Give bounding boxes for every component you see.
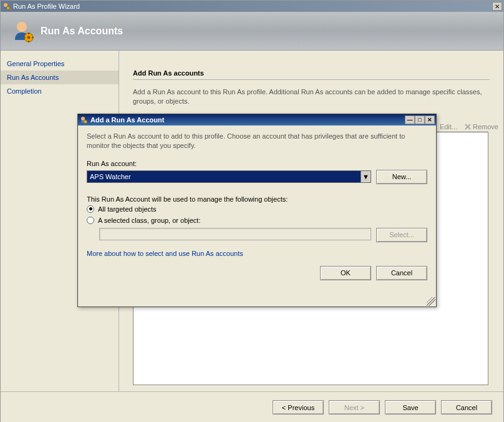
svg-rect-8 xyxy=(24,36,26,37)
account-label: Run As account: xyxy=(87,160,427,167)
radio-icon xyxy=(87,205,94,213)
maximize-button[interactable]: □ xyxy=(415,115,425,124)
select-object-button[interactable]: Select... xyxy=(376,228,427,242)
run-as-account-dropdown[interactable]: APS Watcher ▼ xyxy=(87,170,371,183)
sidebar-item-label: General Properties xyxy=(7,60,64,67)
edit-label: Edit... xyxy=(440,123,457,130)
svg-rect-9 xyxy=(32,36,34,37)
window-titlebar: Run As Profile Wizard ✕ xyxy=(1,1,503,12)
dialog-window-buttons: ― □ ✕ xyxy=(405,115,435,124)
svg-rect-6 xyxy=(28,32,29,34)
chevron-down-icon: ▼ xyxy=(361,171,371,182)
dialog-icon xyxy=(79,115,88,124)
list-toolbar: Edit... Remove xyxy=(430,123,498,130)
radio-selected-class[interactable]: A selected class, group, or object: xyxy=(87,217,427,224)
svg-rect-7 xyxy=(28,41,29,42)
svg-point-5 xyxy=(27,36,31,39)
window-title: Run As Profile Wizard xyxy=(13,2,492,10)
wizard-window: Run As Profile Wizard ✕ Run As Accounts … xyxy=(0,0,504,422)
banner-title: Run As Accounts xyxy=(41,26,123,37)
page-description: Add a Run As account to this Run As prof… xyxy=(133,87,490,107)
dialog-body: Select a Run As account to add to this p… xyxy=(78,125,436,307)
new-account-button[interactable]: New... xyxy=(376,170,427,184)
dialog-cancel-button[interactable]: Cancel xyxy=(376,266,427,280)
dialog-description: Select a Run As account to add to this p… xyxy=(87,132,427,151)
radio-all-targeted[interactable]: All targeted objects xyxy=(87,205,427,213)
heading-divider xyxy=(133,79,490,80)
dialog-title: Add a Run As Account xyxy=(90,116,405,124)
sidebar-item-label: Completion xyxy=(7,87,42,95)
resize-grip[interactable] xyxy=(427,297,435,306)
app-icon xyxy=(2,2,11,11)
usage-label: This Run As Account will be used to mana… xyxy=(87,195,427,203)
sidebar-item-run-as-accounts[interactable]: Run As Accounts xyxy=(1,71,119,84)
dropdown-value: APS Watcher xyxy=(90,173,131,180)
help-link[interactable]: More about how to select and use Run As … xyxy=(87,250,427,257)
page-heading: Add Run As accounts xyxy=(133,69,490,77)
selected-object-textbox xyxy=(99,228,371,240)
svg-point-3 xyxy=(17,22,27,32)
banner: Run As Accounts xyxy=(1,12,503,51)
sidebar-item-completion[interactable]: Completion xyxy=(1,84,119,98)
minimize-button[interactable]: ― xyxy=(405,115,415,124)
svg-point-10 xyxy=(81,117,85,120)
next-button[interactable]: Next > xyxy=(329,400,380,415)
ok-button[interactable]: OK xyxy=(320,266,371,280)
previous-button[interactable]: < Previous xyxy=(273,400,324,415)
radio-label: A selected class, group, or object: xyxy=(98,217,200,224)
save-button[interactable]: Save xyxy=(385,400,436,415)
remove-label: Remove xyxy=(473,123,498,130)
radio-icon xyxy=(87,217,94,224)
x-icon xyxy=(465,124,471,130)
close-button[interactable]: ✕ xyxy=(492,2,502,11)
sidebar-item-label: Run As Accounts xyxy=(7,74,59,81)
svg-point-0 xyxy=(4,3,7,7)
dialog-footer: OK Cancel xyxy=(87,257,427,280)
svg-point-2 xyxy=(7,7,10,10)
wizard-footer: < Previous Next > Save Cancel xyxy=(1,391,503,422)
svg-point-12 xyxy=(84,120,87,124)
banner-icon xyxy=(12,20,34,42)
add-run-as-account-dialog: Add a Run As Account ― □ ✕ Select a Run … xyxy=(77,114,437,307)
dialog-close-button[interactable]: ✕ xyxy=(425,115,435,124)
dialog-titlebar: Add a Run As Account ― □ ✕ xyxy=(78,114,436,125)
sidebar-item-general-properties[interactable]: General Properties xyxy=(1,57,119,71)
radio-label: All targeted objects xyxy=(98,205,157,213)
cancel-button[interactable]: Cancel xyxy=(441,400,492,415)
remove-button[interactable]: Remove xyxy=(465,123,498,130)
